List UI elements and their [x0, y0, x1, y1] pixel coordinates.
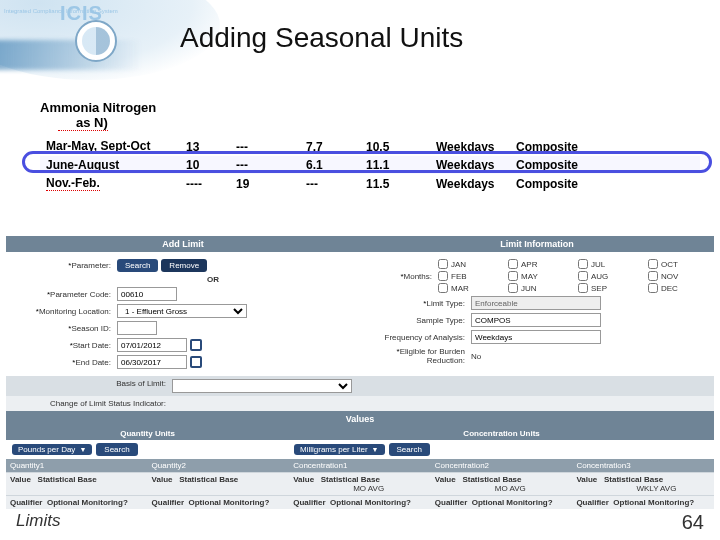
row-callout: [22, 151, 712, 173]
add-limit-column: Parameter: Search Remove OR Parameter Co…: [6, 252, 360, 376]
month-checkbox: MAY: [508, 271, 568, 281]
month-checkbox: NOV: [648, 271, 708, 281]
quantity-units-header: Quantity Units: [6, 427, 289, 440]
or-label: OR: [12, 275, 354, 284]
table-row: Nov.-Feb. ---- 19 --- 11.5 Weekdays Comp…: [40, 174, 700, 193]
label-limit-type: Limit Type:: [366, 299, 471, 308]
concentration-unit-select[interactable]: Milligrams per Liter▼: [294, 444, 385, 455]
limits-data-table-area: Ammonia Nitrogen as N) Mar-May, Sept-Oct…: [40, 100, 700, 193]
system-subtitle: Integrated Compliance Information System: [4, 8, 118, 14]
epa-logo: [75, 20, 117, 62]
subheader: Concentration1: [289, 459, 431, 472]
add-limit-form: Add Limit Limit Information Parameter: S…: [6, 236, 714, 509]
footer-section-name: Limits: [16, 511, 60, 534]
limit-type-field: [471, 296, 601, 310]
label-freq-analysis: Frequency of Analysis:: [366, 333, 471, 342]
subheader: Quantity2: [148, 459, 290, 472]
page-number: 64: [682, 511, 704, 534]
label-parameter-code: Parameter Code:: [12, 290, 117, 299]
slide-title: Adding Seasonal Units: [180, 22, 463, 54]
parameter-code-input[interactable]: [117, 287, 177, 301]
section-header-limit-info: Limit Information: [360, 236, 714, 252]
season-id-input[interactable]: [117, 321, 157, 335]
end-date-input[interactable]: [117, 355, 187, 369]
search-button[interactable]: Search: [389, 443, 430, 456]
month-checkbox: APR: [508, 259, 568, 269]
search-button[interactable]: Search: [96, 443, 137, 456]
month-checkbox: DEC: [648, 283, 708, 293]
limit-info-column: Months: JAN APR JUL OCT FEB MAY AUG NOV …: [360, 252, 714, 376]
label-change-indicator: Change of Limit Status Indicator:: [12, 399, 172, 408]
parameter-name-line1: Ammonia Nitrogen: [40, 100, 700, 115]
label-start-date: Start Date:: [12, 341, 117, 350]
label-sample-type: Sample Type:: [366, 316, 471, 325]
subheader: Concentration3: [572, 459, 714, 472]
month-checkbox: JUN: [508, 283, 568, 293]
month-checkbox: AUG: [578, 271, 638, 281]
start-date-input[interactable]: [117, 338, 187, 352]
label-months: Months:: [366, 272, 438, 281]
label-monitoring-location: Monitoring Location:: [12, 307, 117, 316]
month-checkbox: FEB: [438, 271, 498, 281]
label-end-date: End Date:: [12, 358, 117, 367]
monitoring-location-select[interactable]: 1 - Effluent Gross: [117, 304, 247, 318]
basis-of-limit-select[interactable]: [172, 379, 352, 393]
slide-footer: Limits 64: [0, 511, 720, 534]
month-checkbox: JUL: [578, 259, 638, 269]
month-checkbox: SEP: [578, 283, 638, 293]
search-button[interactable]: Search: [117, 259, 158, 272]
month-checkbox: JAN: [438, 259, 498, 269]
values-header: Values: [6, 411, 714, 427]
freq-analysis-field[interactable]: [471, 330, 601, 344]
label-parameter: Parameter:: [12, 261, 117, 270]
calendar-icon[interactable]: [190, 339, 202, 351]
calendar-icon[interactable]: [190, 356, 202, 368]
months-grid: JAN APR JUL OCT FEB MAY AUG NOV MAR JUN …: [438, 259, 708, 293]
quantity-unit-select[interactable]: Pounds per Day▼: [12, 444, 92, 455]
subheader: Quantity1: [6, 459, 148, 472]
concentration-units-header: Concentration Units: [289, 427, 714, 440]
section-header-add-limit: Add Limit: [6, 236, 360, 252]
remove-button[interactable]: Remove: [161, 259, 207, 272]
label-eligible: Eligible for Burden Reduction:: [366, 347, 471, 365]
label-basis-of-limit: Basis of Limit:: [12, 379, 172, 393]
values-grid: Value Statistical Base Value Statistical…: [6, 472, 714, 509]
month-checkbox: MAR: [438, 283, 498, 293]
sample-type-field[interactable]: [471, 313, 601, 327]
month-checkbox: OCT: [648, 259, 708, 269]
subheader: Concentration2: [431, 459, 573, 472]
eligible-value: No: [471, 352, 481, 361]
parameter-name-line2: as N): [40, 115, 700, 131]
label-season-id: Season ID:: [12, 324, 117, 333]
